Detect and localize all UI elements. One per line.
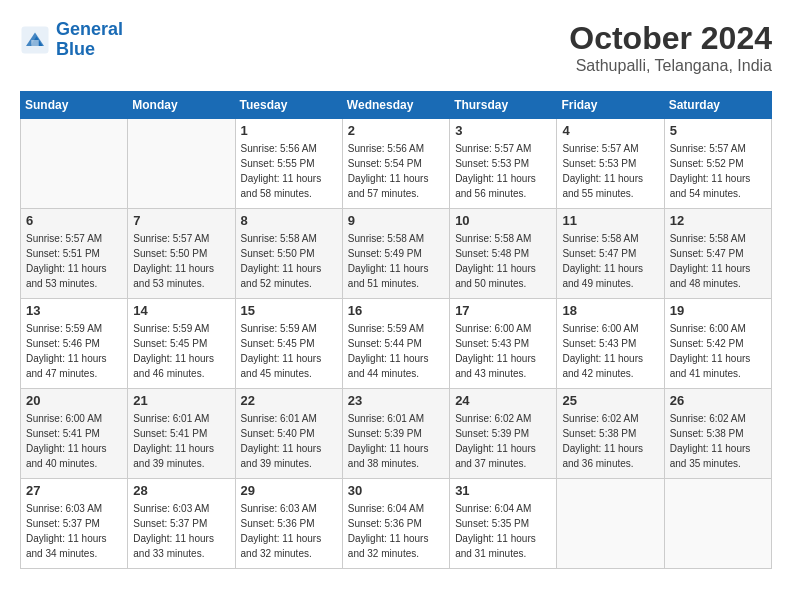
calendar-week-row: 27Sunrise: 6:03 AMSunset: 5:37 PMDayligh… xyxy=(21,479,772,569)
title-block: October 2024 Sathupalli, Telangana, Indi… xyxy=(569,20,772,75)
calendar-cell: 18Sunrise: 6:00 AMSunset: 5:43 PMDayligh… xyxy=(557,299,664,389)
day-detail: Sunrise: 5:56 AMSunset: 5:55 PMDaylight:… xyxy=(241,141,337,201)
calendar-week-row: 20Sunrise: 6:00 AMSunset: 5:41 PMDayligh… xyxy=(21,389,772,479)
svg-rect-3 xyxy=(31,40,39,46)
calendar-cell: 5Sunrise: 5:57 AMSunset: 5:52 PMDaylight… xyxy=(664,119,771,209)
day-number: 2 xyxy=(348,123,444,138)
calendar-cell: 19Sunrise: 6:00 AMSunset: 5:42 PMDayligh… xyxy=(664,299,771,389)
day-number: 25 xyxy=(562,393,658,408)
calendar-cell: 25Sunrise: 6:02 AMSunset: 5:38 PMDayligh… xyxy=(557,389,664,479)
logo-icon xyxy=(20,25,50,55)
calendar-cell: 21Sunrise: 6:01 AMSunset: 5:41 PMDayligh… xyxy=(128,389,235,479)
calendar-cell: 28Sunrise: 6:03 AMSunset: 5:37 PMDayligh… xyxy=(128,479,235,569)
day-detail: Sunrise: 5:58 AMSunset: 5:49 PMDaylight:… xyxy=(348,231,444,291)
location-subtitle: Sathupalli, Telangana, India xyxy=(569,57,772,75)
day-number: 16 xyxy=(348,303,444,318)
calendar-cell: 22Sunrise: 6:01 AMSunset: 5:40 PMDayligh… xyxy=(235,389,342,479)
day-detail: Sunrise: 6:00 AMSunset: 5:41 PMDaylight:… xyxy=(26,411,122,471)
day-number: 12 xyxy=(670,213,766,228)
calendar-cell: 1Sunrise: 5:56 AMSunset: 5:55 PMDaylight… xyxy=(235,119,342,209)
calendar-table: SundayMondayTuesdayWednesdayThursdayFrid… xyxy=(20,91,772,569)
day-detail: Sunrise: 5:57 AMSunset: 5:51 PMDaylight:… xyxy=(26,231,122,291)
calendar-cell: 29Sunrise: 6:03 AMSunset: 5:36 PMDayligh… xyxy=(235,479,342,569)
day-number: 10 xyxy=(455,213,551,228)
day-number: 27 xyxy=(26,483,122,498)
day-number: 1 xyxy=(241,123,337,138)
calendar-week-row: 1Sunrise: 5:56 AMSunset: 5:55 PMDaylight… xyxy=(21,119,772,209)
day-detail: Sunrise: 6:02 AMSunset: 5:39 PMDaylight:… xyxy=(455,411,551,471)
calendar-cell xyxy=(664,479,771,569)
day-detail: Sunrise: 6:03 AMSunset: 5:36 PMDaylight:… xyxy=(241,501,337,561)
day-number: 30 xyxy=(348,483,444,498)
calendar-cell: 10Sunrise: 5:58 AMSunset: 5:48 PMDayligh… xyxy=(450,209,557,299)
calendar-cell: 8Sunrise: 5:58 AMSunset: 5:50 PMDaylight… xyxy=(235,209,342,299)
calendar-cell: 13Sunrise: 5:59 AMSunset: 5:46 PMDayligh… xyxy=(21,299,128,389)
calendar-cell: 15Sunrise: 5:59 AMSunset: 5:45 PMDayligh… xyxy=(235,299,342,389)
day-number: 4 xyxy=(562,123,658,138)
day-number: 20 xyxy=(26,393,122,408)
day-number: 3 xyxy=(455,123,551,138)
day-detail: Sunrise: 6:01 AMSunset: 5:41 PMDaylight:… xyxy=(133,411,229,471)
day-detail: Sunrise: 5:59 AMSunset: 5:46 PMDaylight:… xyxy=(26,321,122,381)
calendar-cell: 20Sunrise: 6:00 AMSunset: 5:41 PMDayligh… xyxy=(21,389,128,479)
calendar-cell: 4Sunrise: 5:57 AMSunset: 5:53 PMDaylight… xyxy=(557,119,664,209)
month-title: October 2024 xyxy=(569,20,772,57)
day-of-week-header: Monday xyxy=(128,92,235,119)
day-of-week-header: Wednesday xyxy=(342,92,449,119)
day-detail: Sunrise: 5:59 AMSunset: 5:44 PMDaylight:… xyxy=(348,321,444,381)
calendar-cell: 16Sunrise: 5:59 AMSunset: 5:44 PMDayligh… xyxy=(342,299,449,389)
calendar-cell: 23Sunrise: 6:01 AMSunset: 5:39 PMDayligh… xyxy=(342,389,449,479)
day-number: 19 xyxy=(670,303,766,318)
day-detail: Sunrise: 6:04 AMSunset: 5:35 PMDaylight:… xyxy=(455,501,551,561)
day-number: 6 xyxy=(26,213,122,228)
day-number: 9 xyxy=(348,213,444,228)
day-detail: Sunrise: 6:01 AMSunset: 5:40 PMDaylight:… xyxy=(241,411,337,471)
day-number: 14 xyxy=(133,303,229,318)
logo: General Blue xyxy=(20,20,123,60)
calendar-week-row: 13Sunrise: 5:59 AMSunset: 5:46 PMDayligh… xyxy=(21,299,772,389)
day-number: 29 xyxy=(241,483,337,498)
calendar-cell: 7Sunrise: 5:57 AMSunset: 5:50 PMDaylight… xyxy=(128,209,235,299)
day-detail: Sunrise: 5:57 AMSunset: 5:53 PMDaylight:… xyxy=(562,141,658,201)
day-number: 22 xyxy=(241,393,337,408)
day-detail: Sunrise: 6:03 AMSunset: 5:37 PMDaylight:… xyxy=(133,501,229,561)
day-detail: Sunrise: 5:57 AMSunset: 5:52 PMDaylight:… xyxy=(670,141,766,201)
logo-text: General Blue xyxy=(56,20,123,60)
day-detail: Sunrise: 5:59 AMSunset: 5:45 PMDaylight:… xyxy=(241,321,337,381)
day-number: 17 xyxy=(455,303,551,318)
day-number: 18 xyxy=(562,303,658,318)
day-number: 5 xyxy=(670,123,766,138)
calendar-cell: 3Sunrise: 5:57 AMSunset: 5:53 PMDaylight… xyxy=(450,119,557,209)
day-of-week-header: Tuesday xyxy=(235,92,342,119)
day-number: 13 xyxy=(26,303,122,318)
calendar-cell xyxy=(557,479,664,569)
day-of-week-header: Thursday xyxy=(450,92,557,119)
day-number: 28 xyxy=(133,483,229,498)
day-detail: Sunrise: 5:58 AMSunset: 5:47 PMDaylight:… xyxy=(562,231,658,291)
day-number: 26 xyxy=(670,393,766,408)
day-of-week-header: Friday xyxy=(557,92,664,119)
day-detail: Sunrise: 6:02 AMSunset: 5:38 PMDaylight:… xyxy=(670,411,766,471)
calendar-cell xyxy=(21,119,128,209)
calendar-cell: 9Sunrise: 5:58 AMSunset: 5:49 PMDaylight… xyxy=(342,209,449,299)
day-detail: Sunrise: 5:58 AMSunset: 5:47 PMDaylight:… xyxy=(670,231,766,291)
day-number: 23 xyxy=(348,393,444,408)
calendar-week-row: 6Sunrise: 5:57 AMSunset: 5:51 PMDaylight… xyxy=(21,209,772,299)
day-detail: Sunrise: 6:01 AMSunset: 5:39 PMDaylight:… xyxy=(348,411,444,471)
calendar-cell: 2Sunrise: 5:56 AMSunset: 5:54 PMDaylight… xyxy=(342,119,449,209)
day-detail: Sunrise: 5:56 AMSunset: 5:54 PMDaylight:… xyxy=(348,141,444,201)
day-number: 8 xyxy=(241,213,337,228)
day-detail: Sunrise: 5:57 AMSunset: 5:53 PMDaylight:… xyxy=(455,141,551,201)
calendar-cell: 31Sunrise: 6:04 AMSunset: 5:35 PMDayligh… xyxy=(450,479,557,569)
page-header: General Blue October 2024 Sathupalli, Te… xyxy=(20,20,772,75)
day-detail: Sunrise: 6:04 AMSunset: 5:36 PMDaylight:… xyxy=(348,501,444,561)
day-detail: Sunrise: 6:02 AMSunset: 5:38 PMDaylight:… xyxy=(562,411,658,471)
day-detail: Sunrise: 6:00 AMSunset: 5:43 PMDaylight:… xyxy=(455,321,551,381)
day-number: 21 xyxy=(133,393,229,408)
day-number: 15 xyxy=(241,303,337,318)
day-detail: Sunrise: 6:00 AMSunset: 5:42 PMDaylight:… xyxy=(670,321,766,381)
day-number: 31 xyxy=(455,483,551,498)
day-detail: Sunrise: 5:59 AMSunset: 5:45 PMDaylight:… xyxy=(133,321,229,381)
day-of-week-header: Sunday xyxy=(21,92,128,119)
day-number: 11 xyxy=(562,213,658,228)
